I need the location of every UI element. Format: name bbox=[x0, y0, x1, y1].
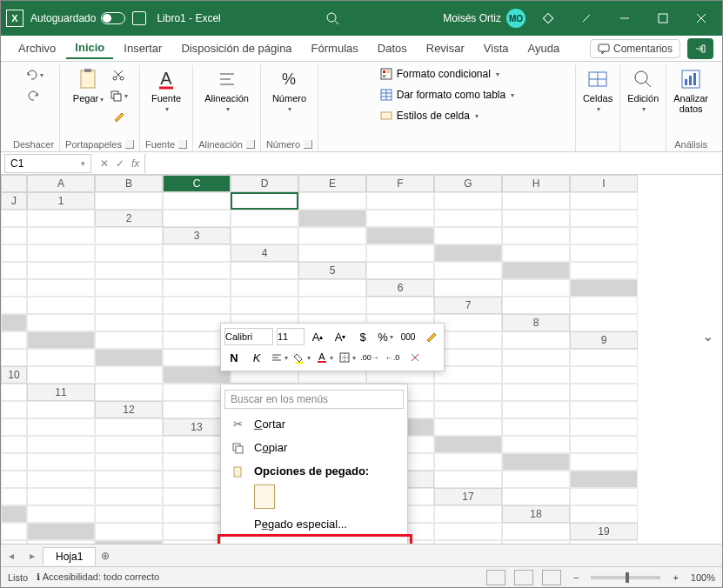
cell[interactable] bbox=[502, 279, 570, 297]
cell[interactable] bbox=[27, 436, 95, 453]
cell[interactable] bbox=[163, 192, 231, 210]
row-header[interactable]: 11 bbox=[27, 384, 95, 401]
cell[interactable] bbox=[27, 418, 95, 436]
undo-button[interactable] bbox=[24, 65, 44, 84]
cell[interactable] bbox=[95, 453, 163, 471]
cell[interactable] bbox=[95, 244, 163, 262]
minimize-button[interactable] bbox=[609, 1, 640, 36]
bold-button[interactable]: N bbox=[224, 348, 244, 367]
cell[interactable] bbox=[1, 540, 27, 544]
cell[interactable] bbox=[570, 192, 638, 210]
increase-font-icon[interactable]: A▴ bbox=[308, 327, 327, 346]
decrease-font-icon[interactable]: A▾ bbox=[331, 327, 350, 346]
cell[interactable] bbox=[27, 279, 95, 297]
cell[interactable] bbox=[95, 314, 163, 331]
cell[interactable] bbox=[298, 192, 366, 210]
cell[interactable] bbox=[434, 262, 502, 279]
cell[interactable] bbox=[502, 227, 570, 244]
cell[interactable] bbox=[1, 279, 27, 297]
cell[interactable] bbox=[570, 297, 638, 314]
cell[interactable] bbox=[95, 297, 163, 314]
row-header[interactable]: 2 bbox=[95, 210, 163, 227]
cell[interactable] bbox=[231, 192, 298, 210]
mini-font-select[interactable] bbox=[224, 328, 273, 345]
paste-button[interactable]: Pegar bbox=[71, 65, 105, 105]
tab-archivo[interactable]: Archivo bbox=[10, 38, 64, 58]
cell[interactable] bbox=[570, 314, 638, 331]
row-header[interactable]: 18 bbox=[502, 505, 570, 523]
percent-icon[interactable]: % bbox=[376, 327, 395, 346]
cell[interactable] bbox=[434, 210, 502, 227]
autosave-toggle[interactable]: Autoguardado bbox=[30, 12, 125, 24]
select-all-corner[interactable] bbox=[1, 175, 27, 192]
cell[interactable] bbox=[298, 297, 366, 314]
thousands-icon[interactable]: 000 bbox=[398, 327, 418, 346]
cell[interactable] bbox=[366, 227, 434, 244]
cell[interactable] bbox=[434, 244, 502, 262]
number-button[interactable]: % Número bbox=[271, 65, 308, 115]
cell[interactable] bbox=[27, 505, 95, 523]
cell[interactable] bbox=[366, 297, 434, 314]
view-pagelayout-button[interactable] bbox=[514, 570, 533, 585]
cell[interactable] bbox=[434, 384, 502, 401]
cell[interactable] bbox=[95, 349, 163, 366]
maximize-button[interactable] bbox=[647, 1, 679, 36]
column-header[interactable]: I bbox=[570, 175, 638, 192]
cell[interactable] bbox=[502, 401, 570, 418]
cell[interactable] bbox=[27, 244, 95, 262]
cell[interactable] bbox=[502, 453, 570, 471]
cell[interactable] bbox=[570, 227, 638, 244]
row-header[interactable]: 9 bbox=[570, 331, 638, 349]
cell[interactable] bbox=[27, 453, 95, 471]
cell[interactable] bbox=[27, 297, 95, 314]
tab-datos[interactable]: Datos bbox=[369, 38, 416, 58]
name-box[interactable]: C1 ▾ bbox=[4, 154, 91, 173]
user-account[interactable]: Moisés Ortiz MO bbox=[443, 9, 526, 28]
cell[interactable] bbox=[163, 262, 231, 279]
cell[interactable] bbox=[27, 227, 95, 244]
fill-color-button[interactable] bbox=[292, 348, 311, 367]
font-group-button[interactable]: A Fuente bbox=[150, 65, 183, 115]
row-header[interactable]: 5 bbox=[298, 262, 366, 279]
column-header[interactable]: D bbox=[231, 175, 298, 192]
editing-button[interactable]: Edición bbox=[626, 65, 660, 115]
sheet-nav-prev[interactable]: ◂ bbox=[1, 550, 22, 562]
cell[interactable] bbox=[163, 297, 231, 314]
cell[interactable] bbox=[298, 279, 366, 297]
cell[interactable] bbox=[366, 262, 434, 279]
cell[interactable] bbox=[1, 262, 27, 279]
cell[interactable] bbox=[1, 210, 27, 227]
cell[interactable] bbox=[570, 401, 638, 418]
cell[interactable] bbox=[27, 331, 95, 349]
cell[interactable] bbox=[163, 244, 231, 262]
column-header[interactable]: A bbox=[27, 175, 95, 192]
cell[interactable] bbox=[1, 244, 27, 262]
cell[interactable] bbox=[570, 244, 638, 262]
cell[interactable] bbox=[95, 523, 163, 540]
cell[interactable] bbox=[570, 540, 638, 544]
cell[interactable] bbox=[434, 279, 502, 297]
mini-fontsize-select[interactable] bbox=[277, 328, 305, 345]
row-header[interactable]: 10 bbox=[1, 366, 27, 384]
decrease-decimal-icon[interactable]: ←.0 bbox=[383, 348, 402, 367]
cell[interactable] bbox=[570, 349, 638, 366]
italic-button[interactable]: K bbox=[247, 348, 266, 367]
share-button[interactable] bbox=[687, 38, 713, 59]
row-header[interactable]: 7 bbox=[434, 297, 502, 314]
menu-pegado-especial[interactable]: Pegado especial... bbox=[221, 512, 407, 536]
row-header[interactable]: 17 bbox=[434, 488, 502, 505]
accept-formula-icon[interactable]: ✓ bbox=[116, 157, 124, 170]
cell[interactable] bbox=[502, 349, 570, 366]
cell[interactable] bbox=[27, 488, 95, 505]
cut-button[interactable] bbox=[109, 65, 128, 84]
cell[interactable] bbox=[27, 523, 95, 540]
cell[interactable] bbox=[95, 331, 163, 349]
row-header[interactable]: 12 bbox=[95, 401, 163, 418]
cell[interactable] bbox=[502, 471, 570, 488]
cell[interactable] bbox=[502, 418, 570, 436]
column-header[interactable]: F bbox=[366, 175, 434, 192]
save-icon[interactable] bbox=[132, 11, 146, 25]
cell[interactable] bbox=[298, 210, 366, 227]
align-button[interactable] bbox=[270, 348, 289, 367]
menu-search-input[interactable]: Buscar en los menús bbox=[224, 390, 404, 409]
